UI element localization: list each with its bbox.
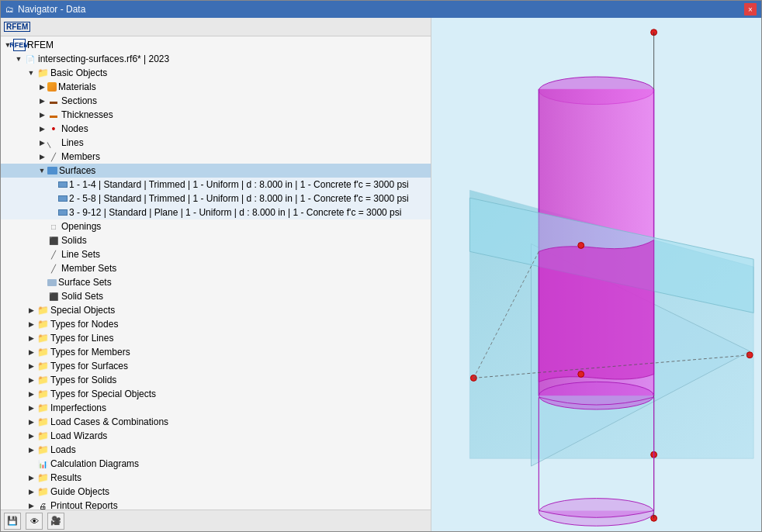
openings-label: Openings — [61, 221, 101, 232]
surface-sets-icon — [47, 279, 57, 286]
expand-surfaces[interactable] — [36, 165, 47, 176]
tree-types-nodes[interactable]: 📁 Types for Nodes — [1, 317, 431, 331]
expand-types-nodes[interactable] — [26, 319, 36, 330]
tree-surfaces[interactable]: Surfaces — [1, 164, 431, 178]
types-solids-label: Types for Solids — [50, 375, 116, 385]
tree-load-wizards[interactable]: 📁 Load Wizards — [1, 429, 431, 443]
results-label: Results — [50, 472, 81, 483]
folder-types-special-icon: 📁 — [36, 388, 49, 400]
tree-types-special[interactable]: 📁 Types for Special Objects — [1, 387, 431, 401]
types-nodes-label: Types for Nodes — [50, 319, 118, 330]
expand-types-solids[interactable] — [26, 375, 36, 385]
expand-special-objects[interactable] — [26, 305, 36, 316]
special-objects-label: Special Objects — [50, 305, 115, 316]
expand-members[interactable] — [36, 151, 47, 162]
expand-nodes[interactable] — [36, 123, 47, 134]
members-icon: ╱ — [47, 150, 60, 163]
close-button[interactable]: × — [744, 3, 757, 16]
tree-solids[interactable]: ⬛ Solids — [1, 233, 431, 247]
expand-types-lines[interactable] — [26, 333, 36, 344]
line-sets-icon: ╱ — [47, 248, 60, 261]
tree-lines[interactable]: / Lines — [1, 136, 431, 150]
tree-root-rfem[interactable]: RFEM RFEM — [1, 38, 431, 52]
expand-types-surfaces[interactable] — [26, 361, 36, 371]
tree-types-surfaces[interactable]: 📁 Types for Surfaces — [1, 359, 431, 373]
surf2-icon — [58, 195, 68, 202]
folder-guide-icon: 📁 — [36, 485, 49, 498]
tree-nodes[interactable]: • Nodes — [1, 122, 431, 136]
tree-materials[interactable]: Materials — [1, 80, 431, 94]
expand-results[interactable] — [26, 472, 36, 483]
tree-special-objects[interactable]: 📁 Special Objects — [1, 303, 431, 317]
folder-types-solids-icon: 📁 — [36, 374, 49, 386]
surf2-label: 2 - 5-8 | Standard | Trimmed | 1 - Unifo… — [69, 193, 409, 204]
tree-openings[interactable]: □ Openings — [1, 219, 431, 233]
expand-basic-objects[interactable] — [26, 67, 36, 78]
file-icon: 📄 — [24, 53, 36, 65]
tree-sections[interactable]: ▬ Sections — [1, 94, 431, 108]
expand-load-wizards[interactable] — [26, 430, 36, 441]
content-area: RFEM RFEM RFEM 📄 intersecting-surfaces.r… — [1, 18, 761, 531]
expand-loads[interactable] — [26, 444, 36, 455]
thicknesses-label: Thicknesses — [61, 109, 113, 120]
nav-tree[interactable]: RFEM RFEM 📄 intersecting-surfaces.rf6* |… — [1, 36, 431, 510]
tree-loads[interactable]: 📁 Loads — [1, 443, 431, 457]
tree-member-sets[interactable]: ╱ Member Sets — [1, 261, 431, 275]
tree-members[interactable]: ╱ Members — [1, 150, 431, 164]
expand-file[interactable] — [13, 54, 24, 64]
folder-results-icon: 📁 — [36, 472, 49, 484]
tree-types-solids[interactable]: 📁 Types for Solids — [1, 373, 431, 387]
tree-types-members[interactable]: 📁 Types for Members — [1, 345, 431, 359]
solids-label: Solids — [61, 235, 87, 246]
tree-solid-sets[interactable]: ⬛ Solid Sets — [1, 289, 431, 303]
materials-icon — [47, 82, 57, 92]
tree-imperfections[interactable]: 📁 Imperfections — [1, 401, 431, 415]
main-window: 🗂 Navigator - Data × RFEM RFEM RFEM — [0, 0, 762, 532]
nav-footer: 💾 👁 🎥 — [1, 510, 431, 531]
rfem-icon: RFEM — [13, 39, 26, 51]
tree-line-sets[interactable]: ╱ Line Sets — [1, 247, 431, 261]
tree-load-cases[interactable]: 📁 Load Cases & Combinations — [1, 415, 431, 429]
camera-button[interactable]: 🎥 — [47, 513, 64, 530]
loads-label: Loads — [50, 444, 76, 455]
tree-results[interactable]: 📁 Results — [1, 471, 431, 485]
expand-sections[interactable] — [36, 95, 47, 106]
calc-diagrams-icon: 📊 — [36, 458, 49, 470]
imperfections-label: Imperfections — [50, 402, 106, 413]
surf1-label: 1 - 1-4 | Standard | Trimmed | 1 - Unifo… — [69, 179, 409, 190]
expand-printout[interactable] — [26, 500, 36, 510]
tree-types-lines[interactable]: 📁 Types for Lines — [1, 331, 431, 345]
expand-types-members[interactable] — [26, 347, 36, 358]
line-sets-label: Line Sets — [61, 249, 100, 260]
tree-thicknesses[interactable]: ▬ Thicknesses — [1, 108, 431, 122]
tree-printout[interactable]: 🖨 Printout Reports — [1, 499, 431, 510]
expand-imperfections[interactable] — [26, 402, 36, 413]
visibility-button[interactable]: 👁 — [26, 513, 43, 530]
viewport: × × × — [431, 18, 761, 531]
svg-point-7 — [578, 242, 584, 248]
expand-thicknesses[interactable] — [36, 109, 47, 120]
expand-materials[interactable] — [36, 81, 47, 92]
tree-calc-diagrams[interactable]: 📊 Calculation Diagrams — [1, 457, 431, 471]
types-members-label: Types for Members — [50, 347, 130, 358]
solids-icon: ⬛ — [47, 234, 60, 247]
tree-surface-2[interactable]: 2 - 5-8 | Standard | Trimmed | 1 - Unifo… — [1, 192, 431, 206]
rfem-logo: RFEM — [4, 22, 30, 32]
surfaces-icon — [47, 167, 57, 174]
folder-imperfections-icon: 📁 — [36, 402, 49, 414]
solid-sets-label: Solid Sets — [61, 291, 103, 302]
tree-basic-objects[interactable]: 📁 Basic Objects — [1, 66, 431, 80]
tree-file[interactable]: 📄 intersecting-surfaces.rf6* | 2023 — [1, 52, 431, 66]
folder-types-members-icon: 📁 — [36, 346, 49, 358]
tree-surface-1[interactable]: 1 - 1-4 | Standard | Trimmed | 1 - Unifo… — [1, 178, 431, 192]
calc-diagrams-label: Calculation Diagrams — [50, 458, 139, 469]
expand-guide-objects[interactable] — [26, 486, 36, 497]
3d-scene — [431, 18, 761, 531]
expand-types-special[interactable] — [26, 389, 36, 399]
tree-surface-sets[interactable]: Surface Sets — [1, 275, 431, 289]
save-button[interactable]: 💾 — [4, 513, 21, 530]
tree-surface-3[interactable]: 3 - 9-12 | Standard | Plane | 1 - Unifor… — [1, 206, 431, 219]
sections-label: Sections — [61, 95, 97, 106]
tree-guide-objects[interactable]: 📁 Guide Objects — [1, 485, 431, 499]
expand-load-cases[interactable] — [26, 416, 36, 427]
